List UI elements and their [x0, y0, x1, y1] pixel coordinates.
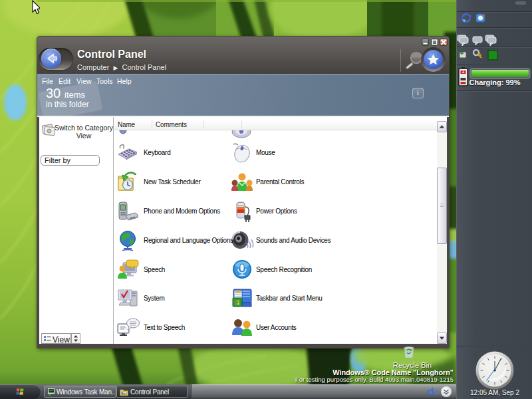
svg-text:+: +	[462, 70, 464, 74]
